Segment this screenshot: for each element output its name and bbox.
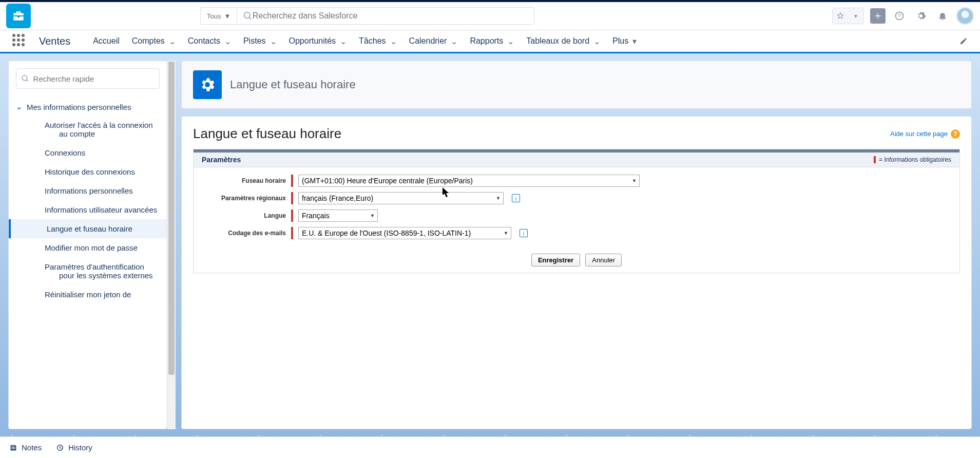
chevron-down-icon: ⌄ (507, 36, 514, 46)
user-avatar[interactable] (956, 7, 974, 25)
sidebar-item[interactable]: Paramètres d'authentification pour les s… (9, 257, 167, 285)
required-legend-text: = Informations obligatoires (879, 156, 951, 163)
global-search: Tous ▼ (200, 7, 534, 25)
sidebar-item[interactable]: Connexions (9, 143, 167, 162)
chevron-down-icon: ⌄ (169, 36, 176, 46)
sidebar-section-title: Mes informations personnelles (27, 103, 131, 111)
chevron-down-icon: ▾ (632, 36, 637, 46)
app-navbar: Ventes Accueil Comptes⌄ Contacts⌄ Pistes… (0, 30, 980, 53)
save-button[interactable]: Enregistrer (531, 254, 580, 266)
pencil-icon (959, 37, 968, 45)
sidebar-scrollbar[interactable] (167, 61, 176, 429)
sidebar-section: ⌄ Mes informations personnelles Autorise… (9, 96, 167, 310)
chevron-down-icon: ▼ (224, 12, 230, 20)
star-icon (836, 12, 844, 20)
field-encoding-label: Codage des e-mails (204, 230, 286, 237)
search-icon (22, 74, 29, 83)
chevron-down-icon: ⌄ (593, 36, 600, 46)
sidebar-item[interactable]: Historique des connexions (9, 162, 167, 181)
chevron-down-icon: ⌄ (390, 36, 397, 46)
sidebar-item[interactable]: Réinitialiser mon jeton de (9, 285, 167, 304)
quick-find[interactable] (16, 68, 160, 89)
content-card: Langue et fuseau horaire Aide sur cette … (181, 116, 972, 429)
settings-sidebar: ⌄ Mes informations personnelles Autorise… (8, 61, 167, 429)
search-input[interactable] (253, 11, 528, 21)
edit-nav-button[interactable] (959, 37, 968, 45)
language-select[interactable]: Français (298, 209, 378, 222)
info-icon[interactable]: i (512, 194, 520, 202)
briefcase-icon (12, 9, 25, 23)
sidebar-section-header[interactable]: ⌄ Mes informations personnelles (9, 98, 167, 116)
global-header: Tous ▼ ▼ ? (0, 0, 980, 30)
field-language: Langue Français (204, 209, 949, 222)
utility-history[interactable]: History (56, 443, 92, 452)
main-column: Langue et fuseau horaire Langue et fusea… (177, 53, 980, 436)
settings-titlebar: Paramètres = Informations obligatoires (194, 152, 959, 167)
cancel-button[interactable]: Annuler (585, 254, 622, 266)
sidebar-item[interactable]: Informations utilisateur avancées (9, 200, 167, 219)
question-icon: ? (894, 11, 905, 21)
page-header-icon (193, 70, 222, 99)
nav-item-tableaux[interactable]: Tableaux de bord⌄ (526, 36, 600, 46)
utility-history-label: History (68, 443, 92, 452)
chevron-down-icon: ⌄ (340, 36, 347, 46)
nav-item-opportunites[interactable]: Opportunités⌄ (289, 36, 347, 46)
field-timezone: Fuseau horaire (GMT+01:00) Heure d'Europ… (204, 175, 949, 187)
nav-item-taches[interactable]: Tâches⌄ (359, 36, 396, 46)
locale-select[interactable]: français (France,Euro) (298, 192, 504, 204)
required-indicator-icon (291, 227, 293, 239)
page-header-title: Langue et fuseau horaire (230, 78, 356, 91)
settings-section-title: Paramètres (202, 156, 241, 164)
field-locale-label: Paramètres régionaux (204, 195, 286, 202)
help-button[interactable]: ? (892, 8, 907, 24)
sidebar-item[interactable]: Modifier mon mot de passe (9, 238, 167, 257)
required-legend: = Informations obligatoires (874, 156, 951, 163)
setup-button[interactable] (913, 8, 929, 24)
nav-item-rapports[interactable]: Rapports⌄ (470, 36, 514, 46)
app-launcher-button[interactable] (12, 34, 27, 48)
settings-block: Paramètres = Informations obligatoires F… (193, 149, 960, 273)
sidebar-item[interactable]: Langue et fuseau horaire (9, 219, 167, 238)
utility-notes[interactable]: Notes (9, 443, 42, 452)
favorites-group: ▼ (832, 8, 864, 24)
chevron-down-icon: ⌄ (16, 102, 23, 111)
notifications-button[interactable] (935, 8, 950, 24)
nav-item-more[interactable]: Plus▾ (612, 36, 637, 46)
help-link-label: Aide sur cette page (890, 130, 948, 138)
search-scope-dropdown[interactable]: Tous ▼ (200, 7, 237, 25)
quick-find-input[interactable] (33, 74, 154, 83)
search-scope-label: Tous (207, 12, 221, 20)
utility-notes-label: Notes (22, 443, 42, 452)
nav-item-calendrier[interactable]: Calendrier⌄ (409, 36, 458, 46)
chevron-down-icon: ⌄ (270, 36, 277, 46)
required-indicator-icon (874, 156, 876, 163)
sidebar-item[interactable]: Informations personnelles (9, 181, 167, 200)
gear-icon (199, 76, 216, 93)
info-icon[interactable]: i (520, 229, 528, 237)
content-title: Langue et fuseau horaire (193, 126, 341, 142)
nav-item-comptes[interactable]: Comptes⌄ (132, 36, 176, 46)
chevron-down-icon: ▼ (853, 13, 858, 19)
help-link[interactable]: Aide sur cette page ? (890, 129, 960, 139)
encoding-select[interactable]: E.U. & Europe de l'Ouest (ISO-8859-1, IS… (298, 227, 511, 239)
field-encoding: Codage des e-mails E.U. & Europe de l'Ou… (204, 227, 949, 239)
bell-icon (937, 11, 948, 21)
search-icon (243, 11, 252, 21)
form-buttons: Enregistrer Annuler (194, 247, 959, 273)
page-header: Langue et fuseau horaire (181, 61, 972, 109)
favorites-list-button[interactable]: ▼ (848, 8, 863, 24)
global-create-button[interactable] (870, 8, 886, 24)
help-icon: ? (951, 129, 960, 139)
timezone-select[interactable]: (GMT+01:00) Heure d'Europe centrale (Eur… (298, 175, 640, 187)
history-icon (56, 444, 64, 452)
nav-item-accueil[interactable]: Accueil (93, 36, 120, 46)
sidebar-item[interactable]: Autoriser l'accès à la connexion au comp… (9, 116, 167, 143)
search-box[interactable] (237, 7, 534, 25)
favorite-button[interactable] (833, 8, 848, 24)
salesforce-logo (6, 4, 31, 28)
field-timezone-label: Fuseau horaire (204, 177, 286, 184)
nav-item-pistes[interactable]: Pistes⌄ (243, 36, 277, 46)
nav-item-contacts[interactable]: Contacts⌄ (188, 36, 231, 46)
field-language-label: Langue (204, 212, 286, 219)
scrollbar-thumb[interactable] (168, 62, 175, 375)
